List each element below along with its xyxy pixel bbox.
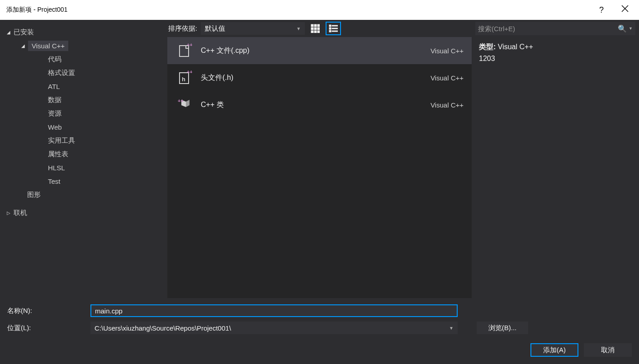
browse-button[interactable]: 浏览(B)... (477, 322, 528, 334)
sidebar-item-format[interactable]: 格式设置 (45, 66, 164, 79)
cpp-file-icon: ++ (175, 42, 194, 60)
template-cpp-file[interactable]: ++ C++ 文件(.cpp) Visual C++ (167, 37, 472, 64)
svg-rect-7 (317, 28, 320, 30)
template-lang: Visual C++ (431, 47, 464, 55)
chevron-down-icon: ▼ (296, 26, 301, 31)
category-sidebar: ◢ 已安装 ◢ Visual C++ 代码 格式设置 ATL 数据 资源 Web… (0, 20, 167, 298)
svg-text:++: ++ (187, 43, 192, 47)
template-name: 头文件(.h) (201, 73, 431, 83)
sidebar-item-graphics[interactable]: 图形 (17, 188, 164, 201)
template-header-file[interactable]: h ++ 头文件(.h) Visual C++ (167, 64, 472, 91)
name-input[interactable] (90, 304, 458, 317)
titlebar: 添加新项 - Project001 ? (0, 0, 639, 20)
header-file-icon: h ++ (175, 69, 194, 87)
template-list: ++ C++ 文件(.cpp) Visual C++ h ++ 头文件(. (167, 37, 472, 298)
svg-rect-8 (311, 31, 313, 33)
search-box[interactable]: 🔍 ▼ (475, 22, 635, 35)
svg-text:++: ++ (178, 98, 184, 103)
cpp-class-icon: ++ (175, 96, 194, 114)
toolbar: 排序依据: 默认值 ▼ (167, 20, 472, 37)
window-title: 添加新项 - Project001 (6, 6, 67, 14)
details-panel: 🔍 ▼ 类型: Visual C++ 1203 (472, 20, 639, 298)
chevron-down-icon[interactable]: ▼ (629, 26, 633, 31)
search-input[interactable] (478, 25, 616, 33)
sidebar-item-test[interactable]: Test (45, 174, 164, 188)
description: 1203 (479, 55, 632, 63)
svg-rect-10 (317, 31, 320, 33)
type-value: Visual C++ (498, 43, 533, 51)
template-cpp-class[interactable]: ++ C++ 类 Visual C++ (167, 91, 472, 118)
svg-rect-11 (329, 25, 331, 27)
form-area: 名称(N): 位置(L): C:\Users\xiuzhang\Source\R… (0, 298, 639, 341)
chevron-down-icon: ◢ (20, 43, 26, 48)
svg-rect-9 (314, 31, 317, 33)
name-label: 名称(N): (7, 307, 85, 315)
sidebar-online[interactable]: ▷ 联机 (4, 206, 164, 219)
sidebar-item-hlsl[interactable]: HLSL (45, 161, 164, 174)
svg-rect-15 (329, 30, 331, 32)
sort-combo[interactable]: 默认值 ▼ (201, 22, 305, 35)
chevron-right-icon: ▷ (5, 210, 12, 215)
svg-rect-5 (311, 28, 313, 30)
template-name: C++ 类 (201, 100, 431, 110)
template-lang: Visual C++ (431, 101, 464, 109)
location-combo[interactable]: C:\Users\xiuzhang\Source\Repos\Project00… (90, 322, 458, 334)
svg-rect-14 (332, 28, 338, 29)
chevron-down-icon: ◢ (5, 30, 12, 35)
svg-rect-16 (332, 31, 338, 32)
add-button[interactable]: 添加(A) (530, 343, 578, 357)
close-icon[interactable] (621, 5, 629, 14)
view-list-button[interactable] (326, 22, 341, 35)
sidebar-item-data[interactable]: 数据 (45, 93, 164, 107)
search-icon[interactable]: 🔍 (618, 24, 627, 33)
svg-rect-3 (314, 24, 317, 27)
svg-text:++: ++ (187, 70, 192, 75)
sidebar-item-code[interactable]: 代码 (45, 52, 164, 66)
svg-rect-4 (317, 24, 320, 27)
location-label: 位置(L): (7, 324, 85, 332)
svg-rect-2 (311, 24, 313, 27)
svg-text:h: h (182, 76, 185, 83)
sidebar-item-util[interactable]: 实用工具 (45, 134, 164, 147)
sidebar-visual-cpp[interactable]: ◢ Visual C++ (17, 39, 164, 52)
sidebar-installed[interactable]: ◢ 已安装 (4, 25, 164, 39)
sidebar-item-atl[interactable]: ATL (45, 79, 164, 93)
svg-marker-23 (186, 100, 189, 107)
chevron-down-icon: ▼ (449, 326, 454, 331)
cancel-button[interactable]: 取消 (584, 343, 632, 357)
template-name: C++ 文件(.cpp) (201, 46, 431, 56)
help-icon[interactable]: ? (599, 5, 604, 15)
footer: 添加(A) 取消 (0, 341, 639, 364)
svg-rect-12 (332, 25, 338, 26)
svg-rect-13 (329, 28, 331, 29)
sidebar-item-prop[interactable]: 属性表 (45, 147, 164, 161)
sidebar-item-web[interactable]: Web (45, 120, 164, 134)
sidebar-item-resource[interactable]: 资源 (45, 107, 164, 120)
svg-rect-6 (314, 28, 317, 30)
template-lang: Visual C++ (431, 74, 464, 82)
view-grid-button[interactable] (308, 22, 323, 35)
type-label: 类型: (479, 43, 496, 51)
sort-label: 排序依据: (168, 24, 197, 33)
